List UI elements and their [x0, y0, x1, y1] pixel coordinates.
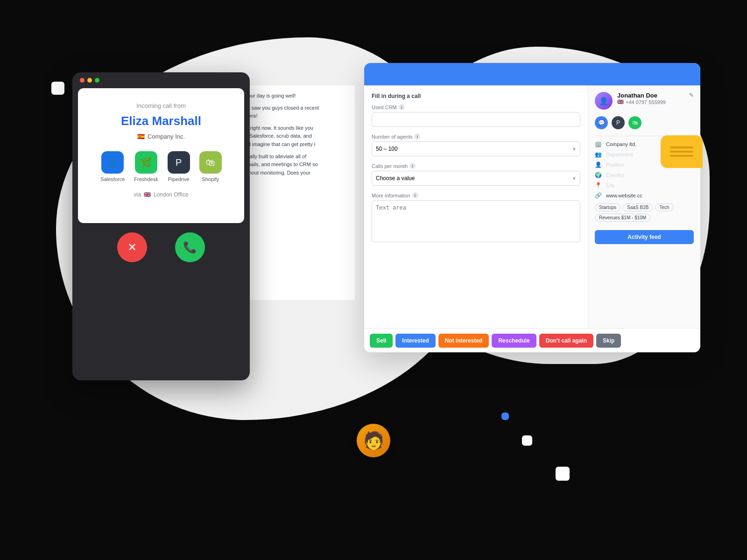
company-flag: 🇪🇸 [137, 133, 145, 140]
contact-position: Position [606, 162, 624, 168]
used-crm-group: Used CRM i [372, 104, 580, 127]
city-icon: 📍 [595, 182, 602, 189]
department-icon: 👥 [595, 151, 602, 158]
num-agents-group: Number of agents i 50 – 100 1 – 10 10 – … [372, 133, 580, 156]
shopify-label: Shopify [202, 176, 219, 182]
calls-select-wrapper: Choose a value 0 – 100 100 – 500 500+ ▼ [372, 171, 580, 186]
dont-call-button[interactable]: Don't call again [539, 334, 593, 348]
calls-per-month-label: Calls per month i [372, 163, 580, 169]
more-info-textarea[interactable] [372, 200, 580, 242]
crm-footer: Sell Interested Not interested Reschedul… [364, 328, 700, 352]
freshdesk-icon: 🌿 [135, 151, 157, 174]
skip-button[interactable]: Skip [596, 334, 621, 348]
crm-body: Fill in during a call Used CRM i Number … [364, 85, 700, 328]
salesforce-icon: 👤 [101, 151, 124, 174]
country-icon: 🌍 [595, 172, 602, 178]
phone-content: Incoming call from Eliza Marshall 🇪🇸 Com… [78, 88, 244, 223]
contact-panel: 👤 Jonathan Doe 🇬🇧 +44 0797 555999 ✎ 💬 P [588, 85, 700, 328]
contact-company: Company ltd. [606, 141, 636, 147]
deco-square-1 [51, 82, 64, 95]
website-icon: 🔗 [595, 192, 602, 199]
more-info-label: More information i [372, 192, 580, 198]
num-agents-info-icon: i [414, 133, 420, 140]
contact-website: www.website.cc [606, 193, 642, 198]
num-agents-arrow-icon: ▼ [572, 147, 577, 152]
contact-avatar: 👤 [595, 92, 613, 110]
activity-feed-button[interactable]: Activity feed [595, 230, 694, 244]
via-location: London Office [154, 191, 189, 198]
phone-title-bar [72, 72, 250, 88]
tag-saas: SaaS B2B [623, 203, 653, 211]
building-icon: 🏢 [595, 141, 602, 147]
position-icon: 👤 [595, 161, 602, 168]
contact-flag: 🇬🇧 [617, 99, 624, 105]
company-row: 🇪🇸 Company Inc. [87, 133, 235, 140]
not-interested-button[interactable]: Not interested [438, 334, 489, 348]
avatar-figure-icon: 🧑 [363, 431, 384, 450]
dot-yellow [87, 78, 92, 83]
sell-button[interactable]: Sell [370, 334, 393, 348]
calls-per-month-select[interactable]: Choose a value 0 – 100 100 – 500 500+ [372, 171, 580, 186]
caller-name: Eliza Marshall [87, 114, 235, 128]
phone-widget: Incoming call from Eliza Marshall 🇪🇸 Com… [72, 72, 250, 380]
tags-row: Startups SaaS B2B Tech Revenues $1M - $1… [595, 203, 694, 222]
interested-button[interactable]: Interested [395, 334, 435, 348]
crm-form-panel: Fill in during a call Used CRM i Number … [364, 85, 588, 328]
num-agents-label: Number of agents i [372, 133, 580, 140]
tag-tech: Tech [655, 203, 673, 211]
avatar-image: 👤 [595, 92, 613, 110]
app-icon-pipedrive[interactable]: P [612, 116, 625, 129]
via-row: via 🇬🇧 London Office [87, 191, 235, 198]
contact-country: Country [606, 172, 624, 178]
contact-department: Department [606, 152, 633, 157]
contact-country-row: 🌍 Country [595, 172, 694, 178]
dot-red [80, 78, 85, 83]
via-text: via [134, 191, 141, 198]
integration-pipedrive: P Pipedrive [168, 151, 190, 182]
contact-header: 👤 Jonathan Doe 🇬🇧 +44 0797 555999 ✎ [595, 92, 694, 110]
calls-info-icon: i [409, 163, 416, 169]
yellow-chat-line-1 [670, 147, 693, 148]
contact-city: City [606, 182, 615, 188]
dot-green [95, 78, 99, 83]
edit-contact-icon[interactable]: ✎ [689, 92, 694, 98]
shopify-icon: 🛍 [199, 151, 222, 174]
num-agents-select-wrapper: 50 – 100 1 – 10 10 – 50 100+ ▼ [372, 141, 580, 156]
deco-square-5 [522, 435, 532, 446]
contact-info: Jonathan Doe 🇬🇧 +44 0797 555999 [617, 92, 694, 105]
accept-button[interactable]: 📞 [175, 232, 205, 262]
crm-header [364, 63, 700, 85]
tag-revenues: Revenues $1M - $10M [595, 214, 650, 222]
chat-bubble-right [661, 135, 703, 168]
contact-name: Jonathan Doe [617, 92, 694, 99]
contact-phone: 🇬🇧 +44 0797 555999 [617, 99, 694, 105]
avatar-bottom: 🧑 [357, 424, 390, 457]
fill-in-label: Fill in during a call [372, 93, 580, 99]
contact-city-row: 📍 City [595, 182, 694, 189]
pipedrive-icon: P [168, 151, 190, 174]
yellow-chat-line-3 [670, 155, 693, 157]
more-info-icon: i [412, 192, 418, 198]
integration-shopify: 🛍 Shopify [199, 151, 222, 182]
app-icon-chat[interactable]: 💬 [595, 116, 608, 129]
incoming-label: Incoming call from [87, 102, 235, 109]
app-icon-shopify[interactable]: 🛍 [628, 116, 641, 129]
yellow-chat-line-2 [670, 151, 693, 153]
reschedule-button[interactable]: Reschedule [492, 334, 536, 348]
more-info-group: More information i [372, 192, 580, 244]
via-flag: 🇬🇧 [144, 191, 151, 198]
used-crm-input[interactable] [372, 112, 580, 127]
decline-button[interactable]: ✕ [117, 232, 147, 262]
used-crm-info-icon: i [399, 104, 405, 110]
contact-phone-number: +44 0797 555999 [626, 99, 666, 105]
tag-startups: Startups [595, 203, 620, 211]
call-buttons: ✕ 📞 [72, 223, 250, 267]
contact-website-row: 🔗 www.website.cc [595, 192, 694, 199]
num-agents-select[interactable]: 50 – 100 1 – 10 10 – 50 100+ [372, 141, 580, 156]
crm-panel: Fill in during a call Used CRM i Number … [364, 63, 700, 352]
deco-square-7 [501, 413, 509, 420]
integration-salesforce: 👤 Salesforce [100, 151, 125, 182]
pipedrive-label: Pipedrive [168, 176, 190, 182]
freshdesk-label: Freshdesk [134, 176, 158, 182]
deco-square-6 [556, 467, 570, 481]
